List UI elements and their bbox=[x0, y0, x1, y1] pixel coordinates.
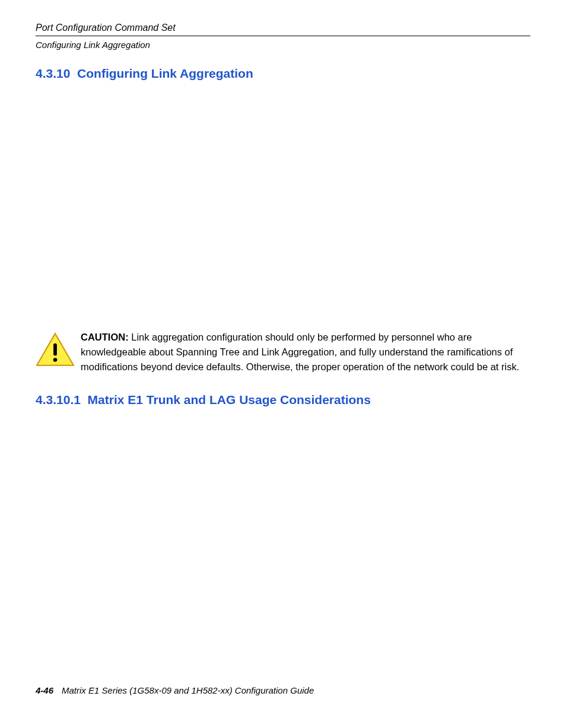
caution-label: CAUTION: bbox=[81, 332, 129, 342]
subsection-heading: 4.3.10.1 Matrix E1 Trunk and LAG Usage C… bbox=[36, 393, 530, 407]
caution-body: Link aggregation configuration should on… bbox=[81, 332, 519, 372]
header-divider bbox=[36, 36, 530, 36]
section-number: 4.3.10 bbox=[36, 66, 70, 80]
caution-block: CAUTION: Link aggregation configuration … bbox=[36, 330, 530, 374]
section-heading: 4.3.10 Configuring Link Aggregation bbox=[36, 66, 530, 81]
subsection-number: 4.3.10.1 bbox=[36, 393, 81, 406]
section-title: Configuring Link Aggregation bbox=[77, 66, 253, 80]
svg-point-2 bbox=[53, 358, 58, 362]
header-subsection-title: Configuring Link Aggregation bbox=[36, 40, 530, 50]
page-footer: 4-46Matrix E1 Series (1G58x-09 and 1H582… bbox=[36, 685, 314, 695]
header-section-title: Port Configuration Command Set bbox=[36, 23, 530, 33]
footer-page-number: 4-46 bbox=[36, 685, 53, 695]
svg-rect-1 bbox=[53, 344, 57, 356]
footer-doc-title: Matrix E1 Series (1G58x-09 and 1H582-xx)… bbox=[62, 685, 314, 695]
warning-triangle-icon bbox=[36, 332, 75, 368]
caution-text-container: CAUTION: Link aggregation configuration … bbox=[81, 330, 530, 374]
subsection-title: Matrix E1 Trunk and LAG Usage Considerat… bbox=[88, 393, 371, 406]
